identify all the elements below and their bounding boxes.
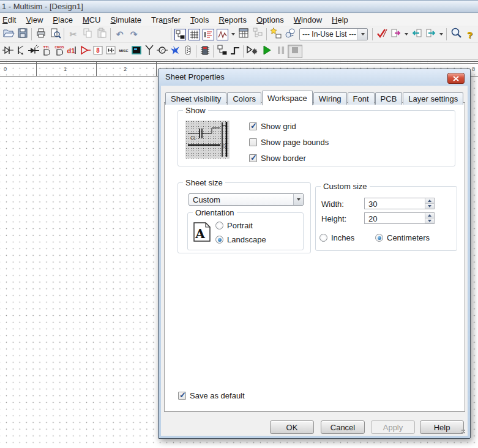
help-button[interactable]: ?: [463, 28, 477, 41]
tab-sheet-visibility[interactable]: Sheet visibility: [165, 92, 226, 105]
width-spin-up[interactable]: [425, 198, 434, 204]
create-component-button[interactable]: [269, 28, 283, 41]
resize-grip[interactable]: [460, 428, 466, 435]
width-spin-down[interactable]: [425, 204, 434, 209]
run-button[interactable]: [260, 45, 274, 58]
menu-tools[interactable]: Tools: [185, 14, 214, 26]
sheet-size-combobox[interactable]: Custom: [189, 193, 304, 206]
bus-button[interactable]: [228, 45, 241, 58]
place-source-button[interactable]: [1, 45, 14, 58]
find-button[interactable]: [449, 28, 463, 41]
save-button[interactable]: [15, 28, 29, 41]
cut-button[interactable]: ✂: [66, 28, 80, 41]
centimeters-radio[interactable]: [375, 234, 383, 242]
tab-workspace[interactable]: Workspace: [262, 91, 313, 105]
paste-button[interactable]: [94, 28, 108, 41]
show-border-checkbox[interactable]: [249, 154, 257, 162]
window-titlebar[interactable]: 1 - Multisim - [Design1]: [0, 0, 478, 13]
export-button[interactable]: [389, 28, 403, 41]
redo-button[interactable]: ↷: [127, 28, 141, 41]
menu-mcu[interactable]: MCU: [78, 14, 106, 26]
menu-view[interactable]: View: [21, 14, 48, 26]
inches-radio[interactable]: [319, 234, 327, 242]
forward-annotate-button[interactable]: [424, 28, 438, 41]
width-spinbox[interactable]: 30: [364, 198, 435, 209]
place-digital-button[interactable]: d1: [65, 45, 78, 58]
help-dialog-button[interactable]: Help: [420, 420, 464, 434]
spreadsheet-view-button[interactable]: [187, 28, 201, 41]
centimeters-option[interactable]: Centimeters: [375, 233, 430, 242]
sheet-size-dropdown-button[interactable]: [293, 194, 303, 205]
export-dropdown-arrow[interactable]: [403, 28, 409, 41]
landscape-option[interactable]: Landscape: [215, 235, 266, 244]
ok-button[interactable]: OK: [270, 420, 314, 434]
menu-reports[interactable]: Reports: [214, 14, 252, 26]
database-manager-button[interactable]: [236, 28, 250, 41]
place-rf-button[interactable]: [143, 45, 155, 58]
height-spin-down[interactable]: [425, 218, 434, 223]
menu-edit[interactable]: Edit: [0, 14, 21, 26]
tab-layer-settings[interactable]: Layer settings: [403, 92, 463, 105]
menu-help[interactable]: Help: [327, 14, 353, 26]
print-button[interactable]: [34, 28, 48, 41]
copy-button[interactable]: [80, 28, 94, 41]
place-indicator-button[interactable]: 8: [91, 45, 104, 58]
open-file-button[interactable]: [1, 28, 15, 41]
place-diode-button[interactable]: [27, 45, 40, 58]
svg-text:8: 8: [95, 47, 99, 54]
tab-pcb[interactable]: PCB: [375, 92, 403, 105]
menu-transfer[interactable]: Transfer: [146, 14, 185, 26]
show-grid-checkbox[interactable]: [249, 122, 257, 130]
place-basic-button[interactable]: [14, 45, 27, 58]
in-use-list-dropdown-button[interactable]: [357, 29, 367, 40]
erc-check-button[interactable]: [375, 28, 389, 41]
close-button[interactable]: [447, 73, 465, 84]
menu-options[interactable]: Options: [252, 14, 289, 26]
place-ni-component-button[interactable]: [168, 45, 181, 58]
landscape-radio[interactable]: [215, 236, 223, 244]
tab-wiring[interactable]: Wiring: [313, 92, 347, 105]
spice-netlist-viewer-button[interactable]: [201, 28, 215, 41]
in-use-list-combobox[interactable]: --- In-Use List ---: [299, 28, 368, 40]
height-spin-up[interactable]: [425, 213, 434, 218]
replace-component-button[interactable]: [283, 28, 297, 41]
grapher-dropdown-arrow[interactable]: [230, 28, 236, 41]
grapher-button[interactable]: [215, 28, 230, 41]
place-connector-button[interactable]: [181, 45, 194, 58]
pause-button[interactable]: [274, 45, 288, 58]
inches-option[interactable]: Inches: [319, 233, 354, 242]
run-simulation-button[interactable]: [245, 45, 260, 58]
show-grid-option[interactable]: Show grid: [249, 122, 296, 131]
save-as-default-option[interactable]: Save as default: [178, 391, 245, 400]
undo-button[interactable]: ↶: [113, 28, 127, 41]
save-as-default-checkbox[interactable]: [178, 392, 186, 400]
portrait-radio[interactable]: [215, 222, 223, 230]
tab-colors[interactable]: Colors: [227, 92, 261, 105]
component-tree-button[interactable]: [250, 28, 264, 41]
menu-window[interactable]: Window: [289, 14, 327, 26]
place-analog-button[interactable]: [78, 45, 91, 58]
stop-button[interactable]: [288, 45, 302, 58]
place-advanced-peripherals-button[interactable]: [130, 45, 143, 58]
place-electromechanical-button[interactable]: [155, 45, 168, 58]
design-toolbox-button[interactable]: [173, 28, 187, 41]
tab-font[interactable]: Font: [348, 92, 375, 105]
show-page-bounds-checkbox[interactable]: [249, 138, 257, 146]
show-page-bounds-option[interactable]: Show page bounds: [249, 138, 329, 147]
print-preview-button[interactable]: [48, 28, 62, 41]
menu-place[interactable]: Place: [48, 14, 78, 26]
menu-simulate[interactable]: Simulate: [106, 14, 147, 26]
forward-annotate-dropdown-arrow[interactable]: [438, 28, 444, 41]
height-spinbox[interactable]: 20: [364, 212, 435, 224]
apply-button[interactable]: Apply: [371, 420, 415, 434]
place-ttl-button[interactable]: TTL: [40, 45, 53, 58]
place-cmos-button[interactable]: CMOS: [53, 45, 65, 58]
place-mcu-button[interactable]: [198, 45, 211, 58]
place-power-button[interactable]: [104, 45, 117, 58]
place-misc-button[interactable]: MISC: [117, 45, 130, 58]
cancel-button[interactable]: Cancel: [321, 420, 365, 434]
back-annotate-button[interactable]: [409, 28, 424, 41]
hierarchy-button[interactable]: [215, 45, 228, 58]
portrait-option[interactable]: Portrait: [215, 221, 253, 230]
show-border-option[interactable]: Show border: [249, 154, 306, 163]
